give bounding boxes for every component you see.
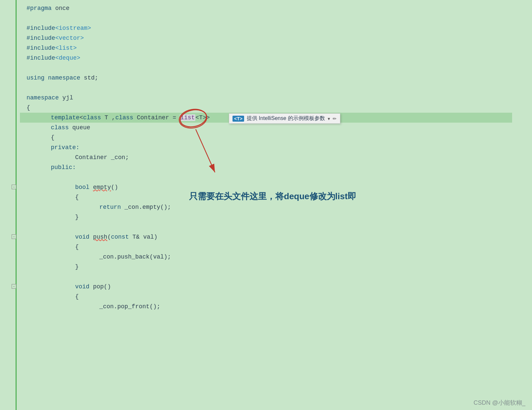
intellisense-dropdown-icon[interactable]: ▾	[328, 116, 330, 121]
fold-icon-24[interactable]: -	[12, 234, 16, 239]
intellisense-popup[interactable]: <T> 提供 IntelliSense 的示例模板参数 ▾ ✏	[229, 113, 340, 124]
code-line-11: {	[23, 103, 532, 113]
code-line-13: class queue	[23, 123, 532, 133]
code-line-30: {	[23, 292, 532, 302]
code-line-29: - void pop()	[23, 282, 532, 292]
code-line-2	[23, 13, 532, 23]
code-line-22: }	[23, 212, 532, 222]
code-line-16: Container _con;	[23, 152, 532, 162]
code-line-10: namespace yjl	[23, 93, 532, 103]
code-line-14: {	[23, 133, 532, 143]
code-line-24: - void push(const T& val)	[23, 232, 532, 242]
code-line-9	[23, 83, 532, 93]
code-line-26: _con.push_back(val);	[23, 252, 532, 262]
code-line-4: #include<vector>	[23, 33, 532, 43]
editor-gutter	[0, 0, 17, 410]
intellisense-text: 提供 IntelliSense 的示例模板参数	[247, 115, 325, 122]
intellisense-badge: <T>	[233, 116, 244, 122]
code-editor: #pragma once #include<iostream> #include…	[0, 0, 532, 410]
code-line-27: }	[23, 262, 532, 272]
code-line-18	[23, 172, 532, 182]
intellisense-edit-icon[interactable]: ✏	[333, 116, 337, 121]
code-line-21: return _con.empty();	[23, 202, 532, 212]
code-line-28	[23, 272, 532, 282]
annotation-text: 只需要在头文件这里，将deque修改为list即	[189, 191, 356, 202]
code-line-25: {	[23, 242, 532, 252]
code-line-23	[23, 222, 532, 232]
code-line-3: #include<iostream>	[23, 23, 532, 33]
line-content: #pragma once	[27, 3, 70, 13]
code-line-1: #pragma once	[23, 3, 532, 13]
code-line-17: public:	[23, 162, 532, 172]
code-line-15: private:	[23, 143, 532, 152]
code-line-8: using namespace std;	[23, 73, 532, 83]
code-line-6: #include<deque>	[23, 53, 532, 63]
watermark: CSDN @小能软糊_	[474, 399, 525, 407]
fold-icon-29[interactable]: -	[12, 284, 16, 289]
code-line-5: #include<list>	[23, 43, 532, 53]
code-line-7	[23, 63, 532, 73]
fold-icon-19[interactable]: -	[12, 185, 16, 189]
code-line-31: _con.pop_front();	[23, 302, 532, 312]
